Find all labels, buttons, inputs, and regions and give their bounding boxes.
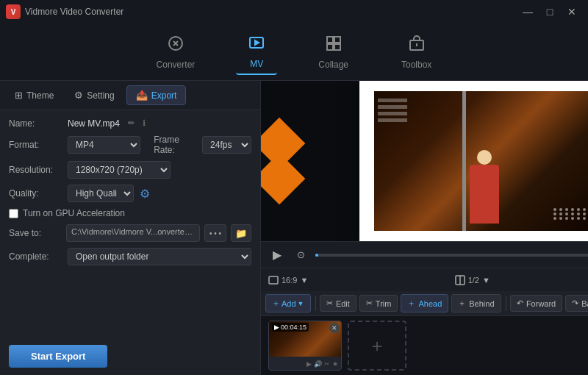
ahead-button[interactable]: ＋ Ahead bbox=[401, 294, 448, 312]
trim-label: Trim bbox=[376, 299, 392, 308]
tab-collage[interactable]: Collage bbox=[306, 30, 360, 74]
maximize-button[interactable]: □ bbox=[539, 4, 560, 19]
ahead-label: Ahead bbox=[418, 299, 442, 308]
svg-rect-2 bbox=[327, 37, 333, 43]
setting-label: Setting bbox=[87, 90, 114, 101]
theme-label: Theme bbox=[26, 90, 54, 101]
svg-rect-5 bbox=[334, 44, 340, 50]
timeline-toolbar: ＋ Add ▼ ✂ Edit ✂ Trim ＋ Ahead ＋ Behind bbox=[261, 291, 588, 316]
aspect-icon bbox=[268, 275, 279, 285]
name-edit-button[interactable]: ✏ bbox=[126, 118, 137, 129]
settings-form: Name: New MV.mp4 ✏ ℹ Format: MP4 MKV AVI… bbox=[0, 110, 260, 338]
aspect-ratio-group: 16:9 ▼ bbox=[268, 275, 308, 285]
trim-icon: ✂ bbox=[366, 299, 373, 308]
svg-rect-3 bbox=[334, 37, 340, 43]
screen-dropdown[interactable]: ▼ bbox=[482, 276, 490, 285]
behind-label: Behind bbox=[469, 299, 494, 308]
save-row: Save to: C:\Vidmore\Vidmore V...onverter… bbox=[9, 224, 251, 242]
clip-item[interactable]: ▶ 00:04:15 ✕ ▶ 🔊 ✂ ★ bbox=[268, 321, 342, 371]
clip-info: ▶ 🔊 ✂ ★ bbox=[269, 357, 341, 371]
behind-button[interactable]: ＋ Behind bbox=[451, 294, 501, 312]
add-clip-button[interactable]: ＋ bbox=[348, 321, 406, 371]
minimize-button[interactable]: — bbox=[517, 4, 538, 19]
backward-icon: ↷ bbox=[572, 299, 578, 308]
window-controls: — □ ✕ bbox=[517, 4, 582, 19]
aspect-ratio-dropdown[interactable]: ▼ bbox=[300, 276, 308, 285]
mv-icon bbox=[248, 34, 265, 56]
trim-button[interactable]: ✂ Trim bbox=[359, 295, 398, 312]
titlebar: V Vidmore Video Converter — □ ✕ bbox=[0, 0, 588, 24]
resolution-select[interactable]: 1280x720 (720p) 1920x1080 (1080p) 640x48… bbox=[68, 161, 171, 179]
clip-close-button[interactable]: ✕ bbox=[329, 323, 340, 333]
toolbox-label: Toolbox bbox=[401, 60, 431, 70]
backward-button[interactable]: ↷ Backward bbox=[565, 295, 588, 312]
aspect-ratio-value: 16:9 bbox=[282, 276, 297, 285]
name-row: Name: New MV.mp4 ✏ ℹ bbox=[9, 118, 251, 129]
format-select[interactable]: MP4 MKV AVI bbox=[68, 136, 140, 154]
setting-gear-icon: ⚙ bbox=[74, 90, 83, 101]
quality-select[interactable]: High Quality Medium Quality Low Quality bbox=[68, 185, 134, 202]
close-button[interactable]: ✕ bbox=[562, 4, 582, 19]
collage-label: Collage bbox=[318, 60, 348, 70]
secondary-controls: 16:9 ▼ 1/2 ▼ Start Export bbox=[261, 268, 588, 291]
play-button[interactable]: ▶ bbox=[268, 246, 286, 264]
screen-icon bbox=[455, 275, 465, 285]
start-export-button[interactable]: Start Export bbox=[9, 345, 107, 368]
subtab-export[interactable]: 📤 Export bbox=[126, 85, 187, 105]
ahead-icon: ＋ bbox=[407, 298, 415, 309]
video-content bbox=[374, 91, 588, 231]
stop-button[interactable]: ⊙ bbox=[292, 246, 309, 264]
forward-button[interactable]: ↶ Forward bbox=[510, 295, 562, 312]
edit-icon: ✂ bbox=[326, 299, 333, 308]
subtab-setting[interactable]: ⚙ Setting bbox=[65, 86, 123, 104]
browse-path-button[interactable]: • • • bbox=[204, 224, 226, 242]
clip-vol-icon: 🔊 bbox=[314, 360, 322, 368]
clip-effect-icon: ★ bbox=[332, 360, 338, 368]
tab-mv[interactable]: MV bbox=[236, 29, 277, 75]
open-folder-button[interactable]: 📁 bbox=[231, 224, 251, 242]
app-title: Vidmore Video Converter bbox=[25, 7, 123, 17]
frame-rate-select[interactable]: 24fps 30fps 60fps bbox=[202, 136, 251, 154]
screen-value: 1/2 bbox=[468, 276, 479, 285]
behind-icon: ＋ bbox=[458, 298, 466, 309]
edit-button[interactable]: ✂ Edit bbox=[320, 295, 356, 312]
frame-rate-label: Frame Rate: bbox=[154, 135, 196, 155]
tab-toolbox[interactable]: Toolbox bbox=[390, 30, 443, 74]
playback-controls: ▶ ⊙ 00:00:02.21/00:04:15.12 🔊 bbox=[261, 241, 588, 268]
progress-bar[interactable] bbox=[315, 254, 588, 257]
name-info-button[interactable]: ℹ bbox=[143, 118, 146, 128]
main-layout: ⊞ Theme ⚙ Setting 📤 Export Name: New MV.… bbox=[0, 81, 588, 375]
mv-label: MV bbox=[250, 59, 263, 69]
name-value: New MV.mp4 bbox=[68, 118, 120, 129]
clip-controls: ▶ 🔊 ✂ ★ bbox=[306, 360, 338, 368]
resolution-row: Resolution: 1280x720 (720p) 1920x1080 (1… bbox=[9, 161, 251, 179]
name-label: Name: bbox=[9, 118, 62, 129]
forward-icon: ↶ bbox=[517, 299, 523, 308]
clip-time: 00:04:15 bbox=[281, 324, 306, 331]
frame-rate-section: Frame Rate: 24fps 30fps 60fps bbox=[154, 135, 251, 155]
svg-rect-8 bbox=[269, 276, 278, 284]
svg-rect-4 bbox=[327, 44, 333, 50]
complete-label: Complete: bbox=[9, 251, 62, 262]
gpu-checkbox[interactable] bbox=[9, 209, 18, 218]
video-frame: ✕ bbox=[359, 81, 588, 241]
converter-icon bbox=[167, 35, 184, 57]
save-path-display: C:\Vidmore\Vidmore V...onverter\MV Expor… bbox=[66, 224, 200, 242]
export-label: Export bbox=[151, 90, 177, 101]
theme-grid-icon: ⊞ bbox=[15, 90, 23, 101]
quality-settings-button[interactable]: ⚙ bbox=[140, 187, 150, 201]
add-icon: ＋ bbox=[272, 298, 280, 309]
resolution-label: Resolution: bbox=[9, 165, 62, 175]
complete-select[interactable]: Open output folder Do nothing bbox=[68, 248, 251, 265]
add-button[interactable]: ＋ Add ▼ bbox=[265, 294, 311, 312]
gpu-label[interactable]: Turn on GPU Acceleration bbox=[23, 208, 125, 218]
titlebar-left: V Vidmore Video Converter bbox=[6, 4, 123, 19]
quality-label: Quality: bbox=[9, 188, 62, 199]
edit-label: Edit bbox=[336, 299, 350, 308]
tab-converter[interactable]: Converter bbox=[145, 30, 207, 74]
export-btn-container: Start Export bbox=[0, 338, 260, 375]
add-dropdown-icon: ▼ bbox=[298, 300, 304, 307]
video-inner bbox=[374, 91, 588, 231]
subtab-theme[interactable]: ⊞ Theme bbox=[6, 86, 62, 104]
dots-pattern bbox=[553, 208, 587, 220]
